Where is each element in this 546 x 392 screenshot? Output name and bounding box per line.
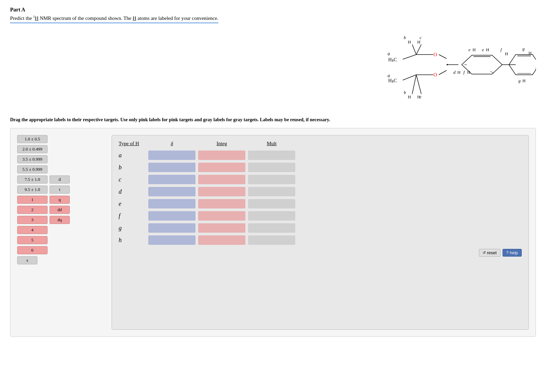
- label-row-s: s: [17, 256, 105, 264]
- svg-text:H: H: [408, 94, 411, 99]
- drop-mult-c[interactable]: [248, 175, 295, 184]
- header-type: Type of H: [119, 141, 146, 146]
- drop-integ-g[interactable]: [198, 223, 245, 233]
- label-row-6: 9.5 ± 1.0 t: [17, 186, 105, 194]
- svg-text:e: e: [482, 47, 484, 52]
- label-row-4: 5.5 ± 0.999: [17, 165, 105, 173]
- drop-delta-a[interactable]: [148, 151, 195, 160]
- svg-line-20: [416, 75, 421, 94]
- svg-line-2: [403, 55, 416, 59]
- drop-delta-b[interactable]: [148, 163, 195, 172]
- drop-mult-a[interactable]: [248, 151, 295, 160]
- label-row-p5: 5: [17, 236, 105, 244]
- label-pink-2[interactable]: 2: [17, 206, 48, 214]
- drop-integ-d[interactable]: [198, 187, 245, 196]
- svg-text:f: f: [500, 47, 503, 52]
- svg-line-23: [439, 70, 447, 75]
- table-row-d: d: [119, 187, 522, 196]
- svg-text:H: H: [457, 70, 460, 75]
- svg-text:a: a: [388, 51, 390, 56]
- label-2.0[interactable]: 2.0 ± 0.499: [17, 145, 48, 153]
- labels-panel: 1.0 ± 0.5 2.0 ± 0.499 3.5 ± 0.999 5.5 ± …: [17, 135, 105, 330]
- label-3.5[interactable]: 3.5 ± 0.999: [17, 155, 48, 163]
- label-pink-q[interactable]: q: [50, 196, 70, 204]
- label-7.5[interactable]: 7.5 ± 1.0: [17, 175, 48, 184]
- drop-delta-e[interactable]: [148, 199, 195, 208]
- label-row-5: 7.5 ± 1.0 d: [17, 175, 105, 184]
- label-pink-dq[interactable]: dq: [50, 216, 70, 224]
- row-label-e: e: [119, 200, 146, 207]
- label-s[interactable]: s: [17, 256, 37, 264]
- svg-text:H: H: [522, 78, 525, 83]
- header-delta: δ: [148, 141, 195, 146]
- molecule-svg: a H₃C b H c H O a H₃C b H: [367, 15, 536, 109]
- drop-integ-c[interactable]: [198, 175, 245, 184]
- label-5.5[interactable]: 5.5 ± 0.999: [17, 165, 48, 173]
- table-row-h: h: [119, 235, 522, 245]
- label-9.5[interactable]: 9.5 ± 1.0: [17, 186, 48, 194]
- svg-line-33: [490, 71, 494, 73]
- row-label-c: c: [119, 176, 146, 183]
- part-label: Part A: [10, 7, 536, 13]
- label-pink-5[interactable]: 5: [17, 236, 48, 244]
- drop-delta-f[interactable]: [148, 211, 195, 221]
- table-row-a: a: [119, 151, 522, 160]
- drop-integ-h[interactable]: [198, 235, 245, 245]
- label-row-p1: 1 q: [17, 196, 105, 204]
- drop-mult-d[interactable]: [248, 187, 295, 196]
- label-pink-6[interactable]: 6: [17, 246, 48, 254]
- drop-integ-a[interactable]: [198, 151, 245, 160]
- svg-text:h: h: [535, 66, 536, 71]
- svg-line-7: [412, 44, 416, 55]
- main-panel: 1.0 ± 0.5 2.0 ± 0.499 3.5 ± 0.999 5.5 ± …: [10, 128, 536, 337]
- svg-text:H: H: [486, 47, 489, 52]
- row-label-b: b: [119, 164, 146, 171]
- drop-mult-b[interactable]: [248, 163, 295, 172]
- label-pink-4[interactable]: 4: [17, 226, 48, 234]
- drop-mult-e[interactable]: [248, 199, 295, 208]
- row-label-g: g: [119, 225, 146, 232]
- header-mult: Mult: [248, 141, 295, 146]
- reset-button[interactable]: ↺ reset: [479, 249, 500, 257]
- svg-text:a: a: [388, 73, 390, 78]
- table-row-e: e: [119, 199, 522, 208]
- svg-line-11: [439, 55, 447, 59]
- row-label-h: h: [119, 237, 146, 244]
- table-row-f: f: [119, 211, 522, 221]
- label-t[interactable]: t: [50, 186, 70, 194]
- drop-mult-g[interactable]: [248, 223, 295, 233]
- label-d[interactable]: d: [50, 175, 70, 184]
- label-pink-1[interactable]: 1: [17, 196, 48, 204]
- svg-text:b: b: [404, 90, 406, 95]
- drop-mult-f[interactable]: [248, 211, 295, 221]
- drop-integ-f[interactable]: [198, 211, 245, 221]
- drop-delta-h[interactable]: [148, 235, 195, 245]
- svg-text:H₃C: H₃C: [388, 57, 397, 62]
- label-row-1: 1.0 ± 0.5: [17, 135, 105, 143]
- drop-mult-h[interactable]: [248, 235, 295, 245]
- row-label-a: a: [119, 152, 146, 159]
- label-pink-3[interactable]: 3: [17, 216, 48, 224]
- svg-text:d: d: [453, 70, 456, 75]
- help-button[interactable]: ? help: [503, 249, 522, 257]
- drop-delta-d[interactable]: [148, 187, 195, 196]
- bottom-buttons: ↺ reset ? help: [119, 249, 522, 257]
- drop-integ-e[interactable]: [198, 199, 245, 208]
- svg-line-14: [403, 75, 416, 80]
- drop-integ-b[interactable]: [198, 163, 245, 172]
- svg-text:g: g: [522, 46, 525, 51]
- drop-delta-c[interactable]: [148, 175, 195, 184]
- label-pink-dd[interactable]: dd: [50, 206, 70, 214]
- label-1.0[interactable]: 1.0 ± 0.5: [17, 135, 48, 143]
- svg-text:O: O: [433, 72, 437, 77]
- svg-text:O: O: [433, 52, 437, 57]
- drop-delta-g[interactable]: [148, 223, 195, 233]
- label-row-p2: 2 dd: [17, 206, 105, 214]
- svg-line-8: [416, 44, 421, 55]
- label-row-2: 2.0 ± 0.499: [17, 145, 105, 153]
- svg-text:H: H: [505, 51, 508, 56]
- svg-text:H: H: [408, 39, 411, 44]
- svg-text:g: g: [518, 78, 521, 83]
- label-row-3: 3.5 ± 0.999: [17, 155, 105, 163]
- row-label-f: f: [119, 213, 146, 220]
